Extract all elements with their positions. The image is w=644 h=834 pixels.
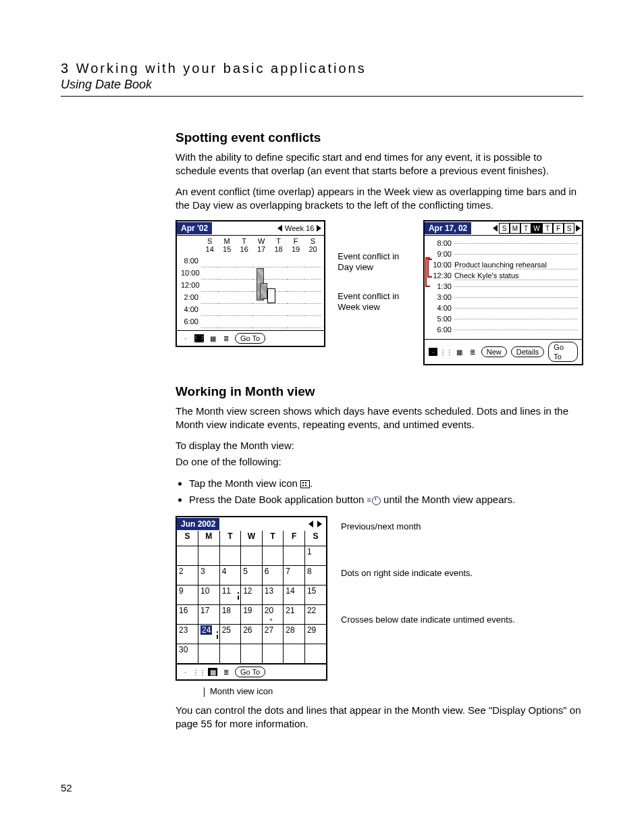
month-grid: S M T W T F S 12345678910111213141516171… xyxy=(177,531,326,664)
dow-box[interactable]: F xyxy=(553,223,564,234)
agenda-view-icon[interactable]: ≣ xyxy=(221,668,231,676)
month-cell[interactable]: 13 xyxy=(262,585,284,605)
month-cell[interactable]: 26 xyxy=(241,625,263,644)
month-cell[interactable]: 17 xyxy=(198,605,220,625)
month-cell[interactable]: 3 xyxy=(198,566,220,585)
week-view-icon[interactable]: ⋮⋮ xyxy=(194,668,204,676)
date[interactable]: 19 xyxy=(287,245,304,253)
event-text[interactable]: Check Kyle's status xyxy=(454,271,578,280)
section-title: Using Date Book xyxy=(61,78,583,92)
agenda-view-icon[interactable]: ≣ xyxy=(221,334,231,342)
time-label[interactable]: 6:00 xyxy=(429,325,452,334)
month-cell[interactable]: 12 xyxy=(241,585,263,605)
month-cell[interactable]: 30 xyxy=(177,644,198,664)
month-cell[interactable]: 14 xyxy=(284,585,305,605)
time-label[interactable]: 8:00 xyxy=(429,239,452,247)
event-text[interactable]: Product launching rehearsal xyxy=(454,261,578,269)
heading-spotting-conflicts: Spotting event conflicts xyxy=(176,130,583,145)
dow-box[interactable]: T xyxy=(542,223,553,234)
dow-box-selected[interactable]: W xyxy=(531,223,542,234)
month-cell[interactable]: 2 xyxy=(177,566,198,585)
month-cell[interactable]: 7 xyxy=(284,566,305,585)
month-cell[interactable]: 6 xyxy=(262,566,284,585)
dow-box[interactable]: T xyxy=(520,223,531,234)
dow: T xyxy=(270,237,287,245)
dow-box[interactable]: S xyxy=(499,223,510,234)
next-month-icon[interactable] xyxy=(317,521,322,527)
month-cell[interactable]: 29 xyxy=(304,625,326,644)
new-button[interactable]: New xyxy=(481,346,507,357)
time-label[interactable]: 5:00 xyxy=(429,315,452,323)
date[interactable]: 18 xyxy=(270,245,287,253)
month-cell[interactable]: 24 xyxy=(198,625,220,644)
hour-label: 2:00 xyxy=(181,293,201,301)
goto-button[interactable]: Go To xyxy=(235,667,265,677)
prev-month-icon[interactable] xyxy=(308,521,313,527)
month-cell[interactable]: 8 xyxy=(304,566,326,585)
month-cell[interactable]: 10 xyxy=(198,585,220,605)
hour-label: 6:00 xyxy=(181,317,201,325)
month-cell[interactable]: 28 xyxy=(284,625,305,644)
date[interactable]: 16 xyxy=(236,245,252,253)
month-view-icon[interactable]: ▦ xyxy=(208,668,217,676)
date[interactable]: 14 xyxy=(201,245,218,253)
dow-box[interactable]: M xyxy=(510,223,520,234)
time-label[interactable]: 10:00 xyxy=(429,261,452,269)
prev-week-icon[interactable] xyxy=(277,225,282,232)
week-view-date-tab[interactable]: Apr '02 xyxy=(177,222,212,234)
time-label[interactable]: 3:00 xyxy=(429,293,452,301)
month-cell[interactable]: 16 xyxy=(177,605,198,625)
prev-day-icon[interactable] xyxy=(493,225,498,232)
month-cell[interactable]: 25 xyxy=(219,625,241,644)
time-label[interactable]: 9:00 xyxy=(429,250,452,258)
day-view-date-tab[interactable]: Apr 17, 02 xyxy=(425,222,471,234)
month-cell[interactable]: 1 xyxy=(304,546,326,566)
goto-button[interactable]: Go To xyxy=(235,333,265,344)
date[interactable]: 15 xyxy=(218,245,235,253)
event-bar-overlap[interactable] xyxy=(260,283,267,299)
day-view-icon[interactable]: · xyxy=(181,668,190,676)
event-bar-icon xyxy=(217,635,218,639)
hour-label: 8:00 xyxy=(181,257,201,265)
month-cell xyxy=(219,546,241,566)
month-cell[interactable]: 23 xyxy=(177,625,198,644)
month-cell xyxy=(241,546,263,566)
note-crosses: Crosses below date indicate untimed even… xyxy=(341,615,515,625)
month-cell[interactable]: 20+ xyxy=(262,605,284,625)
day-view-icon[interactable]: · xyxy=(429,348,437,356)
time-label[interactable]: 12:30 xyxy=(429,271,452,280)
untimed-cross-icon: + xyxy=(269,617,273,623)
date[interactable]: 17 xyxy=(252,245,269,253)
para-do-one: Do one of the following: xyxy=(176,455,583,469)
time-label[interactable]: 4:00 xyxy=(429,304,452,312)
week-view-icon[interactable]: ⋮⋮ xyxy=(194,334,204,342)
agenda-view-icon[interactable]: ≣ xyxy=(468,348,477,356)
day-view-icon[interactable]: · xyxy=(181,334,190,342)
month-cell[interactable]: 11 xyxy=(219,585,241,605)
dow-box[interactable]: S xyxy=(564,223,574,234)
month-view-icon[interactable]: ▦ xyxy=(455,348,464,356)
time-label[interactable]: 1:30 xyxy=(429,282,452,290)
month-cell[interactable]: 21 xyxy=(284,605,305,625)
dow: F xyxy=(287,237,304,245)
month-cell[interactable]: 4 xyxy=(219,566,241,585)
bullet-tap-month: Tap the Month view icon . xyxy=(189,475,583,492)
month-cell[interactable]: 22 xyxy=(304,605,326,625)
next-day-icon[interactable] xyxy=(576,225,581,232)
month-cell[interactable]: 27 xyxy=(262,625,284,644)
month-cell[interactable]: 19 xyxy=(241,605,263,625)
event-bar-icon xyxy=(238,596,239,600)
month-cell[interactable]: 18 xyxy=(219,605,241,625)
goto-button[interactable]: Go To xyxy=(548,342,578,362)
week-view-icon[interactable]: ⋮⋮ xyxy=(441,348,451,356)
next-week-icon[interactable] xyxy=(317,225,321,232)
month-cell[interactable]: 5 xyxy=(241,566,263,585)
month-cell[interactable]: 15 xyxy=(304,585,326,605)
running-header: 3 Working with your basic applications U… xyxy=(61,61,583,97)
month-view-date-tab[interactable]: Jun 2002 xyxy=(177,518,219,530)
dow: T xyxy=(219,531,241,546)
month-view-icon[interactable]: ▦ xyxy=(208,334,217,342)
month-cell[interactable]: 9 xyxy=(177,585,198,605)
details-button[interactable]: Details xyxy=(511,346,545,357)
date[interactable]: 20 xyxy=(304,245,321,253)
